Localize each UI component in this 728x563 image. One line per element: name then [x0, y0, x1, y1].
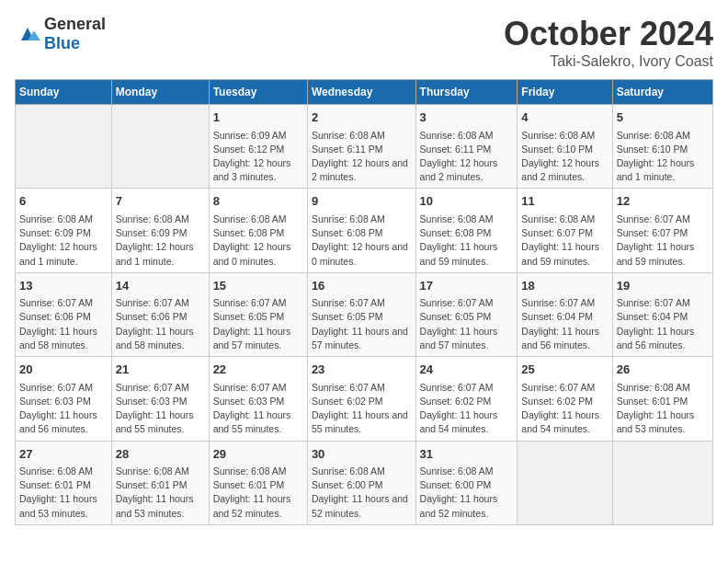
cell-details: Sunrise: 6:08 AM Sunset: 6:01 PM Dayligh…: [617, 381, 709, 437]
cell-details: Sunrise: 6:08 AM Sunset: 6:11 PM Dayligh…: [420, 129, 514, 185]
calendar-cell: 15Sunrise: 6:07 AM Sunset: 6:05 PM Dayli…: [209, 272, 307, 356]
calendar-week-row: 27Sunrise: 6:08 AM Sunset: 6:01 PM Dayli…: [16, 441, 713, 524]
cell-details: Sunrise: 6:08 AM Sunset: 6:01 PM Dayligh…: [213, 465, 303, 521]
weekday-header-monday: Monday: [111, 80, 209, 105]
cell-details: Sunrise: 6:07 AM Sunset: 6:02 PM Dayligh…: [521, 381, 608, 437]
day-number: 27: [19, 445, 108, 464]
cell-details: Sunrise: 6:08 AM Sunset: 6:09 PM Dayligh…: [19, 213, 108, 269]
day-number: 23: [312, 361, 412, 379]
cell-details: Sunrise: 6:07 AM Sunset: 6:07 PM Dayligh…: [617, 213, 709, 269]
calendar-cell: 23Sunrise: 6:07 AM Sunset: 6:02 PM Dayli…: [307, 357, 415, 441]
calendar-week-row: 1Sunrise: 6:09 AM Sunset: 6:12 PM Daylig…: [16, 105, 713, 189]
cell-details: Sunrise: 6:08 AM Sunset: 6:00 PM Dayligh…: [312, 465, 412, 521]
calendar-cell: 6Sunrise: 6:08 AM Sunset: 6:09 PM Daylig…: [16, 189, 112, 272]
calendar-cell: 14Sunrise: 6:07 AM Sunset: 6:06 PM Dayli…: [111, 272, 209, 356]
calendar-cell: 2Sunrise: 6:08 AM Sunset: 6:11 PM Daylig…: [307, 105, 415, 189]
logo-blue: Blue: [44, 34, 106, 53]
cell-details: Sunrise: 6:08 AM Sunset: 6:08 PM Dayligh…: [312, 213, 412, 269]
cell-details: Sunrise: 6:08 AM Sunset: 6:01 PM Dayligh…: [116, 465, 205, 521]
logo-general: General: [44, 15, 106, 34]
day-number: 11: [521, 192, 608, 211]
day-number: 20: [19, 361, 108, 379]
cell-details: Sunrise: 6:08 AM Sunset: 6:00 PM Dayligh…: [420, 465, 514, 521]
weekday-header-row: SundayMondayTuesdayWednesdayThursdayFrid…: [16, 80, 713, 105]
weekday-header-thursday: Thursday: [415, 80, 518, 105]
cell-details: Sunrise: 6:07 AM Sunset: 6:05 PM Dayligh…: [213, 296, 303, 352]
weekday-header-wednesday: Wednesday: [307, 80, 415, 105]
cell-details: Sunrise: 6:07 AM Sunset: 6:06 PM Dayligh…: [116, 296, 205, 352]
day-number: 16: [312, 277, 412, 295]
calendar-cell: 19Sunrise: 6:07 AM Sunset: 6:04 PM Dayli…: [612, 272, 712, 356]
cell-details: Sunrise: 6:07 AM Sunset: 6:03 PM Dayligh…: [213, 381, 303, 437]
day-number: 7: [116, 192, 205, 211]
cell-details: Sunrise: 6:07 AM Sunset: 6:06 PM Dayligh…: [19, 296, 108, 352]
day-number: 29: [213, 445, 303, 464]
calendar-cell: 26Sunrise: 6:08 AM Sunset: 6:01 PM Dayli…: [612, 357, 712, 441]
calendar-table: SundayMondayTuesdayWednesdayThursdayFrid…: [15, 79, 713, 525]
cell-details: Sunrise: 6:08 AM Sunset: 6:07 PM Dayligh…: [521, 213, 608, 269]
cell-details: Sunrise: 6:09 AM Sunset: 6:12 PM Dayligh…: [213, 129, 303, 185]
calendar-cell: 11Sunrise: 6:08 AM Sunset: 6:07 PM Dayli…: [518, 189, 612, 272]
calendar-cell: 17Sunrise: 6:07 AM Sunset: 6:05 PM Dayli…: [415, 272, 518, 356]
cell-details: Sunrise: 6:07 AM Sunset: 6:04 PM Dayligh…: [617, 296, 709, 352]
weekday-header-tuesday: Tuesday: [209, 80, 307, 105]
calendar-cell: 20Sunrise: 6:07 AM Sunset: 6:03 PM Dayli…: [16, 357, 112, 441]
cell-details: Sunrise: 6:08 AM Sunset: 6:11 PM Dayligh…: [312, 129, 412, 185]
calendar-cell: 27Sunrise: 6:08 AM Sunset: 6:01 PM Dayli…: [16, 441, 112, 524]
cell-details: Sunrise: 6:07 AM Sunset: 6:03 PM Dayligh…: [116, 381, 205, 437]
cell-details: Sunrise: 6:08 AM Sunset: 6:09 PM Dayligh…: [116, 213, 205, 269]
day-number: 15: [213, 277, 303, 295]
day-number: 24: [420, 361, 514, 379]
calendar-cell: 31Sunrise: 6:08 AM Sunset: 6:00 PM Dayli…: [415, 441, 518, 524]
weekday-header-friday: Friday: [518, 80, 612, 105]
calendar-cell: 25Sunrise: 6:07 AM Sunset: 6:02 PM Dayli…: [518, 357, 612, 441]
logo-icon: [15, 21, 40, 47]
day-number: 8: [213, 192, 303, 211]
day-number: 21: [116, 361, 205, 379]
calendar-cell: 16Sunrise: 6:07 AM Sunset: 6:05 PM Dayli…: [307, 272, 415, 356]
calendar-cell: 12Sunrise: 6:07 AM Sunset: 6:07 PM Dayli…: [612, 189, 712, 272]
day-number: 17: [420, 277, 514, 295]
day-number: 3: [420, 109, 514, 127]
day-number: 22: [213, 361, 303, 379]
calendar-cell: 3Sunrise: 6:08 AM Sunset: 6:11 PM Daylig…: [415, 105, 518, 189]
cell-details: Sunrise: 6:07 AM Sunset: 6:04 PM Dayligh…: [521, 296, 608, 352]
calendar-cell: 21Sunrise: 6:07 AM Sunset: 6:03 PM Dayli…: [111, 357, 209, 441]
calendar-cell: 8Sunrise: 6:08 AM Sunset: 6:08 PM Daylig…: [209, 189, 307, 272]
weekday-header-saturday: Saturday: [612, 80, 712, 105]
cell-details: Sunrise: 6:07 AM Sunset: 6:05 PM Dayligh…: [312, 296, 412, 352]
day-number: 14: [116, 277, 205, 295]
day-number: 1: [213, 109, 303, 127]
month-title: October 2024: [504, 15, 713, 53]
cell-details: Sunrise: 6:08 AM Sunset: 6:10 PM Dayligh…: [521, 129, 608, 185]
day-number: 12: [617, 192, 709, 211]
calendar-week-row: 13Sunrise: 6:07 AM Sunset: 6:06 PM Dayli…: [16, 272, 713, 356]
cell-details: Sunrise: 6:08 AM Sunset: 6:08 PM Dayligh…: [213, 213, 303, 269]
day-number: 4: [521, 109, 608, 127]
cell-details: Sunrise: 6:07 AM Sunset: 6:02 PM Dayligh…: [420, 381, 514, 437]
calendar-week-row: 20Sunrise: 6:07 AM Sunset: 6:03 PM Dayli…: [16, 357, 713, 441]
day-number: 31: [420, 445, 514, 464]
calendar-cell: [612, 441, 712, 524]
day-number: 26: [617, 361, 709, 379]
calendar-cell: [16, 105, 112, 189]
cell-details: Sunrise: 6:07 AM Sunset: 6:05 PM Dayligh…: [420, 296, 514, 352]
day-number: 13: [19, 277, 108, 295]
calendar-week-row: 6Sunrise: 6:08 AM Sunset: 6:09 PM Daylig…: [16, 189, 713, 272]
calendar-cell: 10Sunrise: 6:08 AM Sunset: 6:08 PM Dayli…: [415, 189, 518, 272]
cell-details: Sunrise: 6:07 AM Sunset: 6:02 PM Dayligh…: [312, 381, 412, 437]
calendar-cell: 24Sunrise: 6:07 AM Sunset: 6:02 PM Dayli…: [415, 357, 518, 441]
day-number: 2: [312, 109, 412, 127]
logo: General Blue: [15, 15, 106, 53]
calendar-cell: 9Sunrise: 6:08 AM Sunset: 6:08 PM Daylig…: [307, 189, 415, 272]
day-number: 10: [420, 192, 514, 211]
calendar-cell: 18Sunrise: 6:07 AM Sunset: 6:04 PM Dayli…: [518, 272, 612, 356]
calendar-cell: 22Sunrise: 6:07 AM Sunset: 6:03 PM Dayli…: [209, 357, 307, 441]
weekday-header-sunday: Sunday: [16, 80, 112, 105]
day-number: 30: [312, 445, 412, 464]
calendar-cell: [518, 441, 612, 524]
calendar-cell: 13Sunrise: 6:07 AM Sunset: 6:06 PM Dayli…: [16, 272, 112, 356]
calendar-cell: 30Sunrise: 6:08 AM Sunset: 6:00 PM Dayli…: [307, 441, 415, 524]
header: General Blue October 2024 Taki-Salekro, …: [15, 15, 713, 70]
calendar-cell: [111, 105, 209, 189]
